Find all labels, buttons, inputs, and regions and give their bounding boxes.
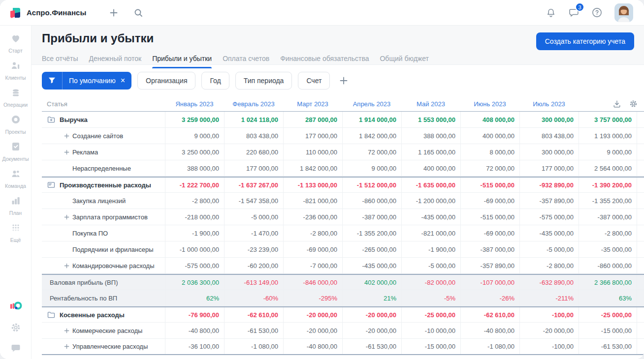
sidebar-item-more[interactable]: Ещё — [0, 219, 31, 246]
add-filter-icon[interactable] — [339, 76, 349, 86]
funnel-icon[interactable] — [42, 72, 63, 90]
row-label-cell[interactable]: Покупка ПО — [42, 225, 165, 241]
settings-gear-icon[interactable] — [9, 322, 23, 333]
cell-value: 8 000,00 — [460, 144, 519, 160]
cell-value: -860 000,00 — [579, 258, 637, 273]
cell-value: -613 149,00 — [224, 275, 283, 290]
table-row[interactable]: Производственные расходы-1 222 700,00-1 … — [42, 177, 644, 193]
table-row[interactable]: Зарплата программистов-218 000,00-5 000,… — [42, 209, 644, 225]
table-row[interactable]: Покупка ПО-1 900,00-1 470,00-2 800,00-1 … — [42, 225, 644, 241]
row-label: Зарплата программистов — [72, 213, 148, 221]
table-row[interactable]: Рентабельность по ВП62%-60%-295%21%-5%-2… — [42, 290, 644, 306]
table-row[interactable]: Коммерческие расходы-40 800,00-61 530,00… — [42, 323, 644, 339]
filter-account[interactable]: Счет — [298, 72, 330, 90]
filter-year[interactable]: Год — [201, 72, 229, 90]
people-icon — [10, 168, 22, 181]
column-sliver — [637, 275, 644, 290]
tab-all-reports[interactable]: Все отчёты — [42, 55, 78, 68]
expand-plus-icon[interactable] — [63, 328, 70, 333]
sidebar-item-plan[interactable]: План — [0, 192, 31, 219]
column-sliver — [637, 128, 644, 144]
topbar: Аспро.Финансы 3 — [0, 0, 644, 26]
table-row[interactable]: Косвенные расходы-76 900,00-62 610,00-20… — [42, 306, 644, 323]
cell-value: -295% — [283, 290, 342, 306]
table-row[interactable]: Валовая прибыль (ВП)2 036 300,00-613 149… — [42, 274, 644, 290]
tab-financial-liabilities[interactable]: Финансовые обязательства — [280, 55, 369, 68]
search-icon[interactable] — [133, 8, 143, 18]
cell-value: 402 000,00 — [342, 275, 401, 290]
month-column-header: Март 2023 — [283, 100, 342, 108]
row-label: Косвенные расходы — [60, 311, 125, 319]
sidebar-item-team[interactable]: Команда — [0, 165, 31, 192]
tab-invoice-payments[interactable]: Оплата счетов — [223, 55, 269, 68]
cell-value: -25 000,00 — [401, 307, 460, 322]
cell-value: -82 000,00 — [401, 275, 460, 290]
table-row[interactable]: Выручка3 259 000,001 024 118,00287 000,0… — [42, 112, 644, 128]
sidebar-item-start[interactable]: Старт — [0, 30, 31, 57]
cell-value: -61 530,00 — [342, 339, 401, 354]
row-label-cell[interactable]: Командировочные расходы — [42, 258, 165, 273]
expand-plus-icon[interactable] — [63, 344, 70, 349]
cell-value: 62% — [165, 290, 224, 306]
cell-value: -100,00 — [519, 339, 579, 354]
sidebar-item-clients[interactable]: Клиенты — [0, 57, 31, 84]
row-label-cell[interactable]: Косвенные расходы — [42, 307, 165, 322]
bell-icon[interactable] — [546, 7, 556, 18]
tab-cash-flow[interactable]: Денежный поток — [89, 55, 141, 68]
table-row[interactable]: Нераспределенные388 000,00177 000,001 84… — [42, 160, 644, 177]
table-row[interactable]: Подрядчики и фрилансеры-1 000 000,00-23 … — [42, 241, 644, 258]
cell-value: 3 259 000,00 — [165, 112, 224, 127]
app-logo-icon[interactable] — [9, 6, 22, 19]
cell-value: -5% — [401, 290, 460, 306]
product-logo-icon[interactable] — [9, 300, 23, 313]
row-label-cell[interactable]: Валовая прибыль (ВП) — [42, 275, 165, 290]
expand-plus-icon[interactable] — [63, 214, 70, 220]
row-label-cell[interactable]: Производственные расходы — [42, 178, 165, 192]
cell-value: 177 000,00 — [519, 160, 579, 176]
table-row[interactable]: Создание сайтов9 000,00803 438,00177 000… — [42, 128, 644, 144]
help-icon[interactable] — [591, 7, 603, 18]
cell-value: -435 000,00 — [401, 209, 460, 225]
sidebar-item-projects[interactable]: Проекты — [0, 111, 31, 138]
default-filter-chip[interactable]: По умолчанию × — [42, 72, 131, 90]
row-label-cell[interactable]: Нераспределенные — [42, 160, 165, 176]
sidebar-item-label: Команда — [5, 183, 26, 189]
support-chat-icon[interactable] — [9, 342, 23, 354]
expand-plus-icon[interactable] — [63, 133, 70, 139]
cell-value: -69 000,00 — [460, 193, 519, 209]
table-settings-gear-icon[interactable] — [629, 100, 638, 108]
table-row[interactable]: Реклама3 250 000,00220 680,00110 000,007… — [42, 144, 644, 160]
filter-period-type[interactable]: Тип периода — [235, 72, 292, 90]
user-avatar[interactable] — [614, 3, 633, 22]
row-label-cell[interactable]: Зарплата программистов — [42, 209, 165, 225]
tab-general-budget[interactable]: Общий бюджет — [380, 55, 428, 68]
table-row[interactable]: Закупка лицензий-2 800,00-1 547 358,00-8… — [42, 193, 644, 209]
month-column-header: Май 2023 — [401, 100, 460, 108]
sidebar-item-documents[interactable]: Документы — [0, 138, 31, 165]
remove-filter-icon[interactable]: × — [120, 77, 131, 85]
filter-organization[interactable]: Организация — [137, 72, 195, 90]
row-label-cell[interactable]: Закупка лицензий — [42, 193, 165, 209]
bar-chart-icon — [10, 195, 22, 209]
row-label-cell[interactable]: Управленческие расходы — [42, 339, 165, 354]
table-row[interactable]: Командировочные расходы-575 000,00-60 20… — [42, 258, 644, 274]
download-icon[interactable] — [613, 100, 621, 108]
row-label-cell[interactable]: Создание сайтов — [42, 128, 165, 144]
expand-plus-icon[interactable] — [63, 263, 70, 269]
table-row[interactable]: Управленческие расходы-36 100,00-1 080,0… — [42, 339, 644, 355]
create-category-button[interactable]: Создать категорию учета — [536, 32, 634, 50]
expand-plus-icon[interactable] — [63, 150, 70, 155]
row-label: Выручка — [60, 116, 88, 123]
messages-icon[interactable]: 3 — [568, 7, 580, 18]
row-label-cell[interactable]: Рентабельность по ВП — [42, 290, 165, 306]
row-label-cell[interactable]: Выручка — [42, 112, 165, 127]
row-label-cell[interactable]: Реклама — [42, 144, 165, 160]
sidebar-item-operations[interactable]: Операции — [0, 84, 31, 111]
add-icon[interactable] — [109, 8, 119, 18]
cell-value: 803 438,00 — [519, 128, 579, 144]
column-sliver — [637, 323, 644, 338]
column-sliver — [637, 112, 644, 127]
row-label-cell[interactable]: Коммерческие расходы — [42, 323, 165, 338]
tab-profit-loss[interactable]: Прибыли и убытки — [152, 55, 212, 68]
row-label-cell[interactable]: Подрядчики и фрилансеры — [42, 241, 165, 257]
